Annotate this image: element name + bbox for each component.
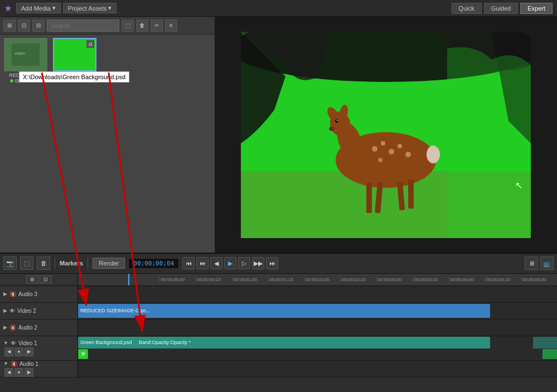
video1-clip-end: [533, 337, 557, 349]
search-input[interactable]: [47, 20, 119, 32]
frame-back-button[interactable]: ◀: [210, 257, 222, 269]
asset-tooltip: X:\Downloads\Green Background.psd: [19, 71, 129, 83]
left-panel: ⊞ ⊡ ⊟ ⬚ 🗑 ✂ ≡ VIDEO: [0, 17, 215, 253]
grid-view-button[interactable]: ⊞: [3, 20, 16, 32]
svg-point-6: [372, 146, 377, 152]
expand-icon[interactable]: ▶: [3, 291, 7, 297]
monitor-button-1[interactable]: 🖥: [525, 257, 538, 270]
top-bar-left: ★ Add Media ▾ Project Assets ▾: [4, 3, 117, 13]
expand-icon-a1[interactable]: ▼: [3, 361, 8, 366]
svg-point-17: [337, 120, 338, 121]
mute-icon-v1[interactable]: 👁: [11, 340, 16, 346]
video2-clip[interactable]: REDUCED SIZEIMAGE-C.pn...: [78, 304, 490, 318]
track-content-audio1[interactable]: [78, 361, 557, 377]
svg-point-18: [329, 127, 335, 131]
table-row: ▶ 👁 Video 2 REDUCED SIZEIMAGE-C.pn...: [0, 303, 557, 320]
ruler-mark-7: 00;00;03;15: [413, 277, 449, 282]
track-name-audio2: Audio 2: [18, 325, 37, 331]
track-label-audio1: ▼ 🔇 Audio 1 ◀ ● ▶: [0, 361, 78, 377]
expand-icon-v2[interactable]: ▶: [3, 308, 7, 313]
preview-section: ↖: [215, 17, 557, 253]
list-item[interactable]: ⊡ Green Background... 00:00:15:29 X:\Dow…: [52, 38, 97, 84]
track-mini-btn-3[interactable]: ▶: [25, 347, 33, 356]
fit-track-button[interactable]: ⊞: [26, 275, 38, 283]
camera-button[interactable]: 📷: [3, 257, 17, 270]
divider: [55, 258, 55, 269]
asset-thumbnail-selected: ⊡: [53, 38, 96, 71]
ruler-label-area: ⊞ ⊡: [0, 274, 78, 285]
frame-fwd-button[interactable]: ▷: [238, 257, 250, 269]
svg-point-11: [378, 158, 382, 162]
play-button[interactable]: ▶: [224, 257, 236, 269]
ruler-mark-2: 00;00;01;00: [232, 277, 268, 282]
trim-button[interactable]: ✂: [151, 20, 163, 32]
step-back-button[interactable]: ⏭: [196, 257, 209, 269]
asset-grid: VIDEO RED_SIZE 1... 00:01:04:29 ⊡: [0, 35, 215, 253]
ruler-mark-5: 00;00;02;15: [340, 277, 376, 282]
track-name-audio1: Audio 1: [20, 361, 38, 367]
status-indicator: [10, 79, 13, 83]
render-button[interactable]: Render: [93, 258, 125, 269]
list-view-button[interactable]: ⊡: [18, 20, 30, 32]
svg-rect-19: [366, 182, 372, 213]
mode-quick-button[interactable]: Quick: [452, 3, 482, 14]
table-row: ▶ 🔇 Audio 3: [0, 286, 557, 303]
track-a1-btn-2[interactable]: ●: [14, 368, 23, 377]
ruler-mark-8: 00;00;04;00: [449, 277, 485, 282]
mute-icon-a1[interactable]: 🔇: [11, 361, 17, 367]
step-fwd-button[interactable]: ▶▶: [252, 257, 264, 269]
track-mini-btn-1[interactable]: ◀: [4, 347, 13, 356]
skip-to-start-button[interactable]: ⏮: [182, 257, 195, 269]
app-logo: ★: [4, 4, 12, 13]
dropdown-arrow-icon: ▾: [52, 4, 56, 12]
mute-icon[interactable]: 🔇: [9, 291, 16, 297]
table-row: ▶ 🔇 Audio 2: [0, 320, 557, 336]
zoom-button[interactable]: ⊡: [40, 275, 52, 283]
icon-view-button[interactable]: ⊟: [32, 20, 45, 32]
mute-icon-a2[interactable]: 🔇: [9, 325, 16, 331]
mode-expert-button[interactable]: Expert: [520, 3, 553, 14]
track-label-audio1-row: ▼ 🔇 Audio 1: [3, 361, 38, 367]
video1-green-end: [543, 349, 557, 359]
track-label-row: ▼ 👁 Video 1: [3, 340, 37, 346]
track-content-video1[interactable]: Green Background.psd Band:Opacity:Opacit…: [78, 336, 557, 360]
svg-point-16: [335, 119, 338, 123]
ruler-mark-3: 00;00;01;15: [268, 277, 304, 282]
timeline-ruler: ⊞ ⊡ 00;00;00;00 00;00;00;15 00;00;01;00 …: [0, 274, 557, 286]
mode-guided-button[interactable]: Guided: [484, 3, 518, 14]
asset-toolbar: ⊞ ⊡ ⊟ ⬚ 🗑 ✂ ≡: [0, 17, 215, 35]
timeline-section: 📷 ⬚ 🗑 Markers Render 00;00;00;04 ⏮ ⏭ ◀ ▶…: [0, 253, 557, 392]
track-a1-btn-1[interactable]: ◀: [4, 368, 13, 377]
delete-button[interactable]: 🗑: [136, 20, 148, 32]
add-media-button[interactable]: Add Media ▾: [16, 3, 61, 13]
divider2: [88, 258, 88, 269]
import-button[interactable]: ⬚: [122, 20, 134, 32]
track-controls-video1: ◀ ● ▶: [4, 347, 33, 356]
copy-button[interactable]: ⬚: [20, 257, 33, 270]
expand-icon-a2[interactable]: ▶: [3, 325, 7, 330]
monitor-button-2[interactable]: 📺: [540, 257, 554, 270]
track-mini-btn-2[interactable]: ●: [14, 347, 23, 356]
svg-point-7: [381, 141, 385, 146]
expand-icon-v1[interactable]: ▼: [3, 340, 8, 346]
video1-clip-main[interactable]: Green Background.psd Band:Opacity:Opacit…: [78, 337, 490, 349]
track-content-audio3[interactable]: [78, 286, 557, 302]
menu-icon-button[interactable]: ≡: [165, 20, 177, 32]
track-content-audio2[interactable]: [78, 320, 557, 336]
track-content-video2[interactable]: REDUCED SIZEIMAGE-C.pn...: [78, 303, 557, 319]
video1-bottom-clips: ⊞: [78, 349, 88, 359]
asset-thumbnail: VIDEO: [4, 38, 47, 71]
mute-icon-v2[interactable]: 👁: [9, 308, 15, 314]
timeline-toolbar: 📷 ⬚ 🗑 Markers Render 00;00;00;04 ⏮ ⏭ ◀ ▶…: [0, 254, 557, 274]
svg-rect-22: [408, 180, 414, 209]
svg-point-10: [405, 152, 411, 157]
delete-clip-button[interactable]: 🗑: [37, 257, 50, 270]
track-a1-btn-3[interactable]: ▶: [25, 368, 33, 377]
skip-to-end-button[interactable]: ⏭: [266, 257, 278, 269]
playhead[interactable]: [128, 274, 129, 285]
project-assets-button[interactable]: Project Assets ▾: [63, 3, 117, 13]
monitor-buttons: 🖥 📺: [525, 257, 554, 270]
track-area: ▶ 🔇 Audio 3 ▶ 👁 Video 2 REDUCED SIZEIMAG…: [0, 286, 557, 392]
track-label-video2: ▶ 👁 Video 2: [0, 303, 78, 319]
keyframe-clip[interactable]: ⊞: [78, 349, 88, 359]
